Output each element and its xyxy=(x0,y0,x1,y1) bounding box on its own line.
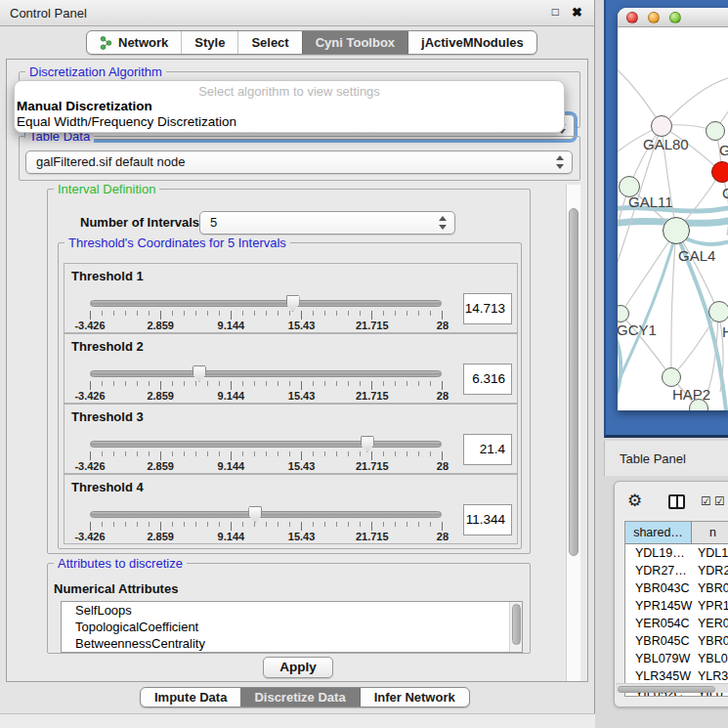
dropdown-option-manual[interactable]: Manual Discretization xyxy=(15,99,564,114)
table-row[interactable]: YBL079WYBL0 xyxy=(625,650,728,667)
tab-impute-data[interactable]: Impute Data xyxy=(141,688,240,707)
close-icon[interactable]: ✖ xyxy=(572,5,582,20)
network-node[interactable] xyxy=(708,301,728,322)
tab-label: Network xyxy=(118,35,168,50)
list-item[interactable]: TopologicalCoefficient xyxy=(62,619,522,635)
columns-icon[interactable] xyxy=(668,494,685,509)
network-window-titlebar[interactable] xyxy=(618,8,728,27)
bottom-tab-bar: Impute Data Discretize Data Infer Networ… xyxy=(140,687,470,707)
table-panel: ⚙ ☑ ☑ shared… n YDL19…YDL1 YDR27…YDR2 YB… xyxy=(614,481,728,707)
major-ticks xyxy=(90,311,443,320)
tab-label: Cyni Toolbox xyxy=(316,35,395,50)
table-header-row: shared… n xyxy=(625,522,728,544)
panel-scrollbar[interactable] xyxy=(566,185,580,681)
tab-cyni-toolbox[interactable]: Cyni Toolbox xyxy=(302,31,407,54)
list-item[interactable]: SelfLoops xyxy=(62,602,522,619)
tab-style[interactable]: Style xyxy=(181,31,237,54)
network-canvas[interactable]: GAL80 G. GAL11 C GAL4 GCY1 H HAP2 xyxy=(618,28,728,410)
group-title: Attributes to discretize xyxy=(54,556,187,571)
checkbox-icon[interactable]: ☑ xyxy=(701,494,711,508)
threshold-panel: Threshold 4 -3.4262.8599.14415.4321.7152… xyxy=(64,474,518,544)
threshold-value-field[interactable]: 6.316 xyxy=(463,364,512,395)
node-label: G. xyxy=(719,142,728,158)
network-icon xyxy=(100,36,112,50)
column-header-name[interactable]: n xyxy=(692,522,728,543)
close-traffic-light-icon[interactable] xyxy=(626,12,638,23)
table-toolbar: ⚙ ☑ ☑ xyxy=(615,482,728,521)
checkbox-icon[interactable]: ☑ xyxy=(714,494,725,508)
threshold-label: Threshold 4 xyxy=(71,480,144,494)
tab-select[interactable]: Select xyxy=(237,31,301,54)
node-label: H xyxy=(722,323,728,340)
tick-labels: -3.4262.8599.14415.4321.71528 xyxy=(66,531,466,542)
tab-discretize-data[interactable]: Discretize Data xyxy=(240,688,359,707)
num-intervals-value: 5 xyxy=(210,215,217,230)
numerical-attributes-label: Numerical Attributes xyxy=(54,581,178,596)
num-intervals-label: Number of Intervals xyxy=(80,215,199,230)
major-ticks xyxy=(90,381,443,390)
network-view-frame[interactable]: GAL80 G. GAL11 C GAL4 GCY1 H HAP2 xyxy=(604,0,728,438)
threshold-value-field[interactable]: 21.4 xyxy=(463,434,512,465)
network-node[interactable] xyxy=(711,161,728,183)
table-row[interactable]: YBR043CYBR0 xyxy=(625,579,728,597)
gear-icon[interactable]: ⚙ xyxy=(627,492,642,509)
panel-footer xyxy=(0,713,595,728)
table-horizontal-scrollbar[interactable] xyxy=(616,683,728,693)
float-window-icon[interactable]: □ xyxy=(552,5,559,19)
threshold-label: Threshold 2 xyxy=(71,339,144,354)
node-table: shared… n YDL19…YDL1 YDR27…YDR2 YBR043CY… xyxy=(624,521,728,697)
group-title: Threshold's Coordinates for 5 Intervals xyxy=(64,236,290,250)
network-node[interactable] xyxy=(651,115,672,137)
network-node[interactable] xyxy=(662,367,681,387)
list-scrollbar[interactable] xyxy=(509,602,522,652)
threshold-label: Threshold 1 xyxy=(71,269,144,283)
slider-handle[interactable] xyxy=(286,295,300,312)
slider-handle[interactable] xyxy=(248,506,262,523)
tab-network[interactable]: Network xyxy=(87,31,181,54)
table-data-combobox[interactable]: galFiltered.sif default node xyxy=(25,150,573,174)
num-intervals-combobox[interactable]: 5 xyxy=(199,211,455,235)
attributes-group: Attributes to discretize Numerical Attri… xyxy=(47,563,531,654)
threshold-value-field[interactable]: 14.713 xyxy=(463,293,512,324)
control-panel-titlebar: Control Panel □ ✖ xyxy=(0,0,594,26)
slider-handle[interactable] xyxy=(361,436,374,452)
table-row[interactable]: YDL19…YDL1 xyxy=(625,544,728,562)
control-panel: Control Panel □ ✖ Network Style Select C… xyxy=(0,0,595,728)
tab-infer-network[interactable]: Infer Network xyxy=(360,688,469,707)
slider-handle[interactable] xyxy=(193,365,206,382)
cyni-toolbox-pane: Discretization Algorithm Select algorith… xyxy=(6,59,588,682)
tab-label: Style xyxy=(194,35,225,50)
attributes-listbox[interactable]: SelfLoops TopologicalCoefficient Between… xyxy=(61,601,523,653)
stepper-icon xyxy=(556,155,565,169)
group-title: Interval Definition xyxy=(54,182,159,196)
network-node[interactable] xyxy=(706,121,725,141)
tab-jactivemnodules[interactable]: jActiveMNodules xyxy=(407,31,536,54)
algorithm-dropdown-popup: Select algorithm to view settings Manual… xyxy=(14,80,565,133)
column-header-shared-name[interactable]: shared… xyxy=(625,522,692,543)
threshold-slider[interactable] xyxy=(90,511,442,518)
threshold-slider[interactable] xyxy=(90,370,442,377)
threshold-panel: Threshold 1 -3.4262.8599.14415.4321.7152… xyxy=(64,263,518,333)
top-tab-bar: Network Style Select Cyni Toolbox jActiv… xyxy=(86,30,537,55)
threshold-value-field[interactable]: 11.344 xyxy=(463,504,512,535)
dropdown-option-equal-width[interactable]: Equal Width/Frequency Discretization xyxy=(15,114,564,130)
node-label: GAL4 xyxy=(678,247,715,264)
major-ticks xyxy=(90,522,443,531)
network-node[interactable] xyxy=(663,217,690,244)
minimize-traffic-light-icon[interactable] xyxy=(648,12,660,23)
tick-labels: -3.4262.8599.14415.4321.71528 xyxy=(66,320,466,331)
table-row[interactable]: YER054CYER0 xyxy=(625,615,728,632)
apply-button[interactable]: Apply xyxy=(263,657,333,678)
table-row[interactable]: YBR045CYBR0 xyxy=(625,632,728,650)
list-item[interactable]: BetweennessCentrality xyxy=(62,635,522,652)
node-label: C xyxy=(722,185,728,201)
network-window: GAL80 G. GAL11 C GAL4 GCY1 H HAP2 xyxy=(618,8,728,410)
dropdown-hint: Select algorithm to view settings xyxy=(15,84,564,99)
table-data-value: galFiltered.sif default node xyxy=(36,154,185,169)
zoom-traffic-light-icon[interactable] xyxy=(669,12,681,23)
tab-label: jActiveMNodules xyxy=(421,35,524,50)
table-row[interactable]: YDR27…YDR2 xyxy=(625,562,728,579)
threshold-slider[interactable] xyxy=(90,300,442,307)
table-row[interactable]: YPR145WYPR1 xyxy=(625,597,728,615)
threshold-slider[interactable] xyxy=(90,441,442,448)
